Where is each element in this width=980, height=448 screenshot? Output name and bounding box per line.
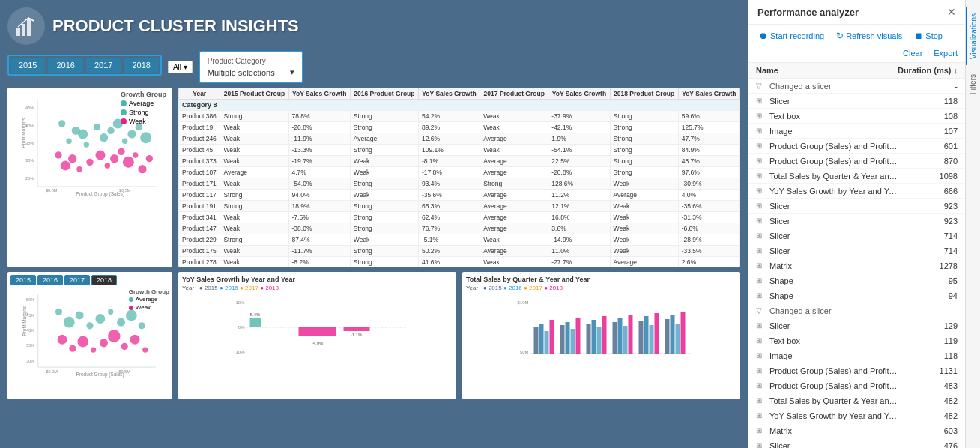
perf-item-row: ⊞ Product Group (Sales) and Profit Margi… [748, 378, 965, 393]
expand-icon[interactable]: ⊞ [756, 366, 766, 375]
perf-item-duration: 476 [898, 441, 958, 449]
svg-text:50%: 50% [26, 297, 34, 302]
slicer-btn-2017-top[interactable]: 2017 [86, 58, 121, 73]
expand-icon[interactable]: ⊞ [756, 396, 766, 405]
svg-point-31 [86, 159, 93, 166]
svg-rect-87 [550, 320, 554, 354]
expand-icon[interactable]: ⊞ [756, 217, 766, 225]
svg-text:0%: 0% [238, 325, 245, 330]
svg-point-16 [66, 139, 71, 144]
perf-item-row: ⊞ Slicer 923 [748, 199, 965, 214]
slicer-btn-2018-bottom[interactable]: 2018 [91, 275, 117, 285]
expand-icon[interactable]: ⊞ [756, 381, 766, 390]
svg-rect-103 [655, 313, 659, 354]
perf-item-name: Product Group (Sales) and Profit Margins… [769, 142, 898, 151]
svg-rect-104 [665, 319, 670, 354]
slicer-btn-2015-bottom[interactable]: 2015 [10, 275, 36, 285]
svg-point-28 [61, 160, 70, 170]
perf-item-name: Text box [769, 336, 898, 345]
start-recording-button[interactable]: ⏺ Start recording [756, 29, 827, 43]
svg-point-63 [91, 347, 96, 352]
perf-item-name: Image [769, 127, 898, 136]
svg-point-20 [100, 133, 108, 142]
perf-item-row: ⊞ Matrix 1278 [748, 258, 965, 273]
expand-icon[interactable]: ⊞ [756, 172, 766, 180]
expand-icon[interactable]: ⊞ [756, 276, 766, 285]
expand-icon[interactable]: ⊞ [756, 112, 766, 120]
slicer-btn-2016-bottom[interactable]: 2016 [37, 275, 63, 285]
svg-text:Product Group (Sales): Product Group (Sales) [76, 372, 124, 378]
product-category-select[interactable]: Multiple selections ▾ [208, 67, 294, 77]
perf-toolbar: ⏺ Start recording ↻ Refresh visuals ⏹ St… [748, 25, 965, 63]
clear-button[interactable]: Clear [903, 49, 922, 58]
perf-close-button[interactable]: ✕ [947, 6, 956, 18]
perf-item-row: ⊞ YoY Sales Growth by Year and Year 482 [748, 408, 965, 423]
svg-rect-90 [571, 329, 575, 354]
svg-point-51 [55, 309, 62, 315]
slicer-btn-2015-top[interactable]: 2015 [10, 58, 45, 73]
expand-icon[interactable]: ⊞ [756, 231, 766, 240]
perf-item-name: Slicer [769, 231, 898, 240]
scatter-plot-top: Growth Group Average Strong Weak Profit … [7, 88, 172, 267]
filters-tab[interactable]: Filters [967, 68, 979, 100]
table-row: Product 341 Weak -7.5% Strong 62.4% Aver… [179, 212, 740, 223]
page-title: PRODUCT CLUSTER INSIGHTS [52, 16, 299, 36]
stop-button[interactable]: ⏹ Stop [911, 29, 946, 43]
perf-item-name: Shape [769, 291, 898, 300]
perf-item-duration: 1278 [898, 261, 958, 270]
expand-icon[interactable]: ⊞ [756, 411, 766, 420]
svg-point-35 [118, 148, 124, 155]
slicer-btn-2016-top[interactable]: 2016 [48, 58, 82, 73]
total-legend-2018: ● 2018 [544, 285, 563, 291]
top-filter-dropdown[interactable]: All ▾ [168, 61, 193, 73]
slicer-btn-2017-bottom[interactable]: 2017 [64, 275, 90, 285]
perf-item-duration: 94 [898, 291, 958, 300]
svg-point-24 [127, 130, 136, 138]
visualizations-tab[interactable]: Visualizations [966, 7, 980, 65]
perf-item-name: YoY Sales Growth by Year and Year [769, 411, 898, 420]
svg-point-37 [133, 152, 138, 157]
svg-rect-74 [250, 318, 261, 327]
svg-rect-101 [644, 316, 649, 354]
table-row: Product 107 Average 4.7% Weak -17.8% Ave… [179, 167, 740, 178]
svg-text:40%: 40% [25, 124, 34, 128]
expand-icon[interactable]: ⊞ [756, 336, 766, 345]
col-2015-yoy: YoY Sales Growth [288, 88, 350, 100]
perf-item-row: ⊞ Slicer 129 [748, 318, 965, 333]
perf-item-row: ⊞ Text box 108 [748, 109, 965, 124]
expand-icon[interactable]: ⊞ [756, 142, 766, 150]
svg-text:45%: 45% [26, 313, 34, 318]
expand-icon[interactable]: ⊞ [756, 246, 766, 255]
perf-item-duration: 482 [898, 411, 958, 420]
expand-icon[interactable]: ⊞ [756, 441, 766, 448]
record-icon: ⏺ [759, 31, 768, 41]
bottom-year-slicer[interactable]: 2015 2016 2017 2018 [10, 275, 169, 285]
svg-rect-102 [650, 325, 654, 354]
expand-icon[interactable]: ⊞ [756, 291, 766, 300]
svg-text:-1.1%: -1.1% [351, 333, 363, 337]
perf-item-name: Shape [769, 276, 898, 285]
perf-item-row: ⊞ Matrix 603 [748, 423, 965, 438]
changed-slicer-label: Changed a slicer [769, 306, 898, 315]
legend-weak-dot-bottom [129, 306, 133, 310]
legend-weak-bottom: Weak [129, 304, 169, 311]
expand-icon[interactable]: ⊞ [756, 321, 766, 330]
top-year-slicer[interactable]: 2015 2016 2017 2018 [7, 55, 162, 76]
perf-item-row: ⊞ Image 107 [748, 124, 965, 139]
svg-text:5.4%: 5.4% [250, 312, 261, 317]
expand-icon[interactable]: ⊞ [756, 261, 766, 270]
perf-item-name: Slicer [769, 441, 898, 449]
expand-icon[interactable]: ⊞ [756, 202, 766, 210]
svg-point-18 [94, 124, 100, 130]
expand-icon[interactable]: ⊞ [756, 351, 766, 360]
svg-rect-107 [681, 312, 686, 354]
product-category-box: Product Category Multiple selections ▾ [199, 51, 303, 83]
refresh-visuals-button[interactable]: ↻ Refresh visuals [833, 29, 905, 43]
slicer-btn-2018-top[interactable]: 2018 [124, 58, 158, 73]
export-button[interactable]: Export [934, 49, 958, 58]
expand-icon[interactable]: ⊞ [756, 127, 766, 135]
expand-icon[interactable]: ⊞ [756, 97, 766, 105]
expand-icon[interactable]: ⊞ [756, 157, 766, 165]
expand-icon[interactable]: ⊞ [756, 187, 766, 195]
expand-icon[interactable]: ⊞ [756, 426, 766, 435]
